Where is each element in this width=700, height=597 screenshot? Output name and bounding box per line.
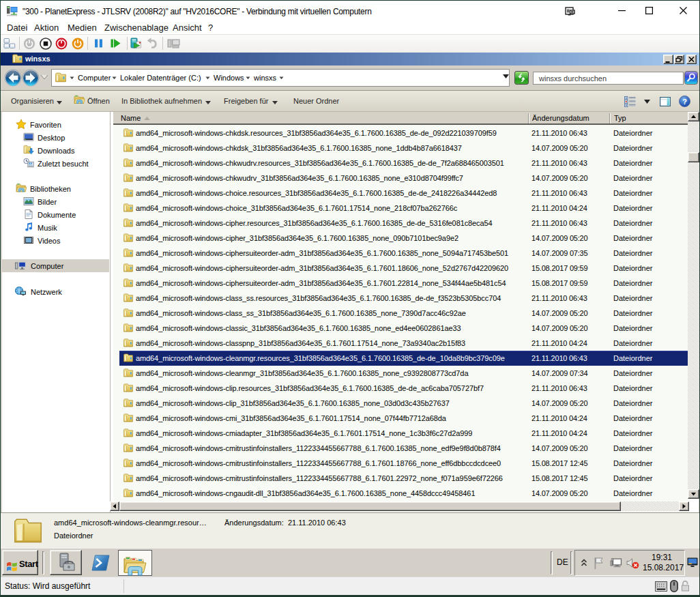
svg-text:?: ? <box>682 98 687 106</box>
